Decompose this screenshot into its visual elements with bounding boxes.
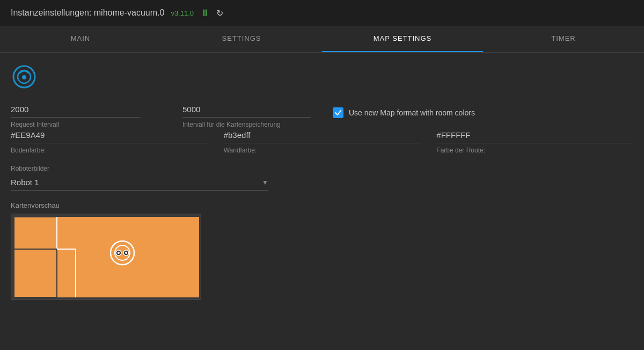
header-title: Instanzeinstellungen: mihome-vacuum.0 — [11, 8, 164, 18]
tab-timer[interactable]: TIMER — [483, 26, 644, 52]
request-interval-input[interactable] — [11, 103, 140, 118]
robot-select-value: Robot 1 — [11, 178, 262, 187]
colors-row: Bodenfarbe: Wandfarbe: Farbe der Route: — [11, 128, 633, 154]
save-interval-input[interactable] — [182, 103, 311, 118]
map-format-checkbox[interactable] — [333, 107, 343, 118]
save-interval-group: Intervall für die Kartenspeicherung — [182, 103, 311, 128]
tab-bar: MAIN SETTINGS MAP SETTINGS TIMER — [0, 26, 644, 53]
checkmark-icon — [334, 109, 342, 116]
svg-point-16 — [125, 252, 127, 254]
version-badge: v3.11.0 — [171, 9, 194, 17]
svg-point-2 — [22, 75, 26, 79]
map-preview — [11, 214, 201, 300]
svg-rect-5 — [14, 217, 57, 249]
route-color-group: Farbe der Route: — [436, 128, 633, 154]
wall-color-group: Wandfarbe: — [224, 128, 421, 154]
map-preview-section: Kartenvorschau — [11, 201, 633, 300]
floor-color-label: Bodenfarbe: — [11, 147, 208, 154]
floor-color-input[interactable] — [11, 128, 208, 143]
tab-main[interactable]: MAIN — [0, 26, 161, 52]
intervals-left: Request Intervall Intervall für die Kart… — [11, 103, 311, 128]
pause-icon[interactable]: ⏸ — [200, 8, 210, 19]
row-intervals: Request Intervall Intervall für die Kart… — [11, 103, 633, 128]
wall-color-input[interactable] — [224, 128, 421, 143]
wall-color-label: Wandfarbe: — [224, 147, 421, 154]
request-interval-label: Request Intervall — [11, 121, 140, 128]
map-format-checkbox-row: Use new Map format with room colors — [333, 107, 475, 118]
robot-select-dropdown[interactable]: Robot 1 ▼ — [11, 176, 268, 191]
refresh-icon[interactable]: ↻ — [216, 8, 223, 18]
app-logo-icon — [11, 63, 38, 90]
tab-settings[interactable]: SETTINGS — [161, 26, 322, 52]
svg-point-15 — [118, 252, 120, 254]
map-svg — [11, 214, 201, 300]
robot-images-label: Roboterbilder — [11, 165, 633, 172]
svg-rect-8 — [14, 249, 57, 297]
route-color-input[interactable] — [436, 128, 633, 143]
main-content: Request Intervall Intervall für die Kart… — [0, 53, 644, 310]
map-format-label: Use new Map format with room colors — [349, 108, 475, 117]
tab-map-settings[interactable]: MAP SETTINGS — [322, 26, 483, 52]
request-interval-group: Request Intervall — [11, 103, 140, 128]
map-preview-label: Kartenvorschau — [11, 201, 633, 209]
floor-color-group: Bodenfarbe: — [11, 128, 208, 154]
logo-area — [11, 63, 633, 92]
header: Instanzeinstellungen: mihome-vacuum.0 v3… — [0, 0, 644, 26]
robot-images-row: Roboterbilder Robot 1 ▼ — [11, 165, 633, 191]
route-color-label: Farbe der Route: — [436, 147, 633, 154]
checkbox-area: Use new Map format with room colors — [333, 103, 633, 128]
chevron-down-icon: ▼ — [262, 179, 268, 186]
save-interval-label: Intervall für die Kartenspeicherung — [182, 121, 311, 128]
